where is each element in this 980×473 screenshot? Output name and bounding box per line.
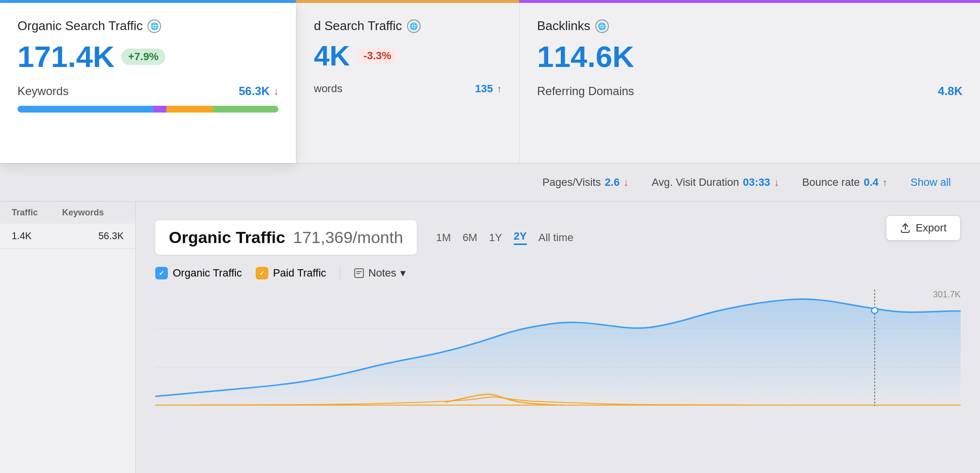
- organic-check-icon: ✓: [155, 267, 168, 279]
- card-2-number: 4K: [314, 39, 350, 72]
- avg-duration-arrow: ↓: [774, 177, 779, 188]
- notes-chevron-icon: ▾: [400, 267, 406, 279]
- chart-area: Export Organic Traffic 171,369/month 1M …: [136, 202, 980, 473]
- chart-title-box: Organic Traffic 171,369/month: [155, 220, 417, 255]
- bounce-rate-arrow: ↑: [882, 177, 887, 188]
- chart-canvas: 301.7K: [155, 290, 961, 416]
- card-1-title: Organic Search Traffic 🌐: [17, 18, 278, 33]
- organic-area-fill: [155, 299, 961, 406]
- card-2-value-row: 4K -3.3%: [314, 39, 502, 72]
- pb-blue: [17, 106, 153, 113]
- card-2-metric-label: words: [314, 82, 343, 95]
- card-2-title: d Search Traffic 🌐: [314, 18, 502, 33]
- bounce-rate-stat: Bounce rate 0.4 ↑: [802, 176, 887, 189]
- svg-rect-0: [355, 269, 363, 277]
- card-2-badge: -3.3%: [357, 48, 398, 64]
- time-btn-2y[interactable]: 2Y: [514, 230, 527, 245]
- card-1-metric: Keywords 56.3K ↓: [17, 84, 278, 98]
- card-1-metric-label: Keywords: [17, 84, 68, 98]
- export-icon: [900, 223, 911, 233]
- chart-legend: ✓ Organic Traffic ✓ Paid Traffic Notes ▾: [155, 266, 961, 280]
- legend-separator: [340, 266, 340, 280]
- card-3-title: Backlinks 🌐: [537, 18, 963, 33]
- chart-value: 171,369/month: [293, 228, 403, 247]
- left-sidebar: Traffic Keywords 1.4K 56.3K: [0, 202, 136, 473]
- card-3-metric: Referring Domains 4.8K: [537, 84, 963, 98]
- main-area: Traffic Keywords 1.4K 56.3K Export Organ…: [0, 202, 980, 473]
- card-3-number: 114.6K: [537, 39, 634, 74]
- paid-traffic-label: Paid Traffic: [273, 267, 327, 279]
- time-range-controls: 1M 6M 1Y 2Y All time: [436, 230, 573, 245]
- legend-organic-traffic[interactable]: ✓ Organic Traffic: [155, 267, 242, 279]
- legend-paid-traffic[interactable]: ✓ Paid Traffic: [256, 267, 327, 279]
- sidebar-header: Traffic Keywords: [0, 202, 135, 224]
- pages-visits-arrow: ↓: [623, 177, 628, 188]
- card-3-metric-value-group: 4.8K: [938, 84, 963, 98]
- avg-duration-value: 03:33: [743, 176, 770, 189]
- pages-visits-stat: Pages/Visits 2.6 ↓: [542, 176, 628, 189]
- card-1-metric-value-group: 56.3K ↓: [239, 84, 278, 98]
- card-paid-search: d Search Traffic 🌐 4K -3.3% words 135 ↑: [296, 3, 519, 163]
- card-backlinks: Backlinks 🌐 114.6K Referring Domains 4.8…: [519, 3, 980, 163]
- time-btn-1m[interactable]: 1M: [436, 231, 451, 244]
- card-1-number: 171.4K: [17, 39, 114, 74]
- card-3-value-row: 114.6K: [537, 39, 963, 74]
- time-btn-6m[interactable]: 6M: [462, 231, 477, 244]
- y-axis-max-label: 301.7K: [933, 290, 961, 300]
- bounce-rate-value: 0.4: [864, 176, 879, 189]
- card-3-metric-label: Referring Domains: [537, 84, 634, 98]
- avg-duration-stat: Avg. Visit Duration 03:33 ↓: [652, 176, 779, 189]
- card-organic-search: Organic Search Traffic 🌐 171.4K +7.9% Ke…: [0, 3, 296, 163]
- pb-green: [213, 106, 278, 113]
- show-all-link[interactable]: Show all: [911, 176, 951, 189]
- card-2-metric-value-group: 135 ↑: [475, 82, 502, 95]
- pb-purple: [153, 106, 166, 113]
- pages-visits-value: 2.6: [605, 176, 620, 189]
- avg-duration-label: Avg. Visit Duration: [652, 176, 739, 189]
- chart-svg: [155, 290, 961, 406]
- chart-title: Organic Traffic: [169, 228, 285, 247]
- sidebar-keywords-value: 56.3K: [98, 230, 124, 242]
- chart-marker-dot: [871, 308, 878, 313]
- chart-header: Organic Traffic 171,369/month 1M 6M 1Y 2…: [155, 220, 961, 255]
- pages-visits-label: Pages/Visits: [542, 176, 601, 189]
- progress-bar-1: [17, 106, 278, 113]
- stats-bar: Pages/Visits 2.6 ↓ Avg. Visit Duration 0…: [0, 163, 980, 202]
- card-1-value-row: 171.4K +7.9%: [17, 39, 278, 74]
- notes-label: Notes: [368, 267, 396, 279]
- bounce-rate-label: Bounce rate: [802, 176, 860, 189]
- time-btn-1y[interactable]: 1Y: [489, 231, 502, 244]
- globe-icon-3: 🌐: [595, 19, 609, 33]
- sidebar-row-1: 1.4K 56.3K: [0, 224, 135, 249]
- paid-keywords-up-arrow: ↑: [497, 83, 502, 95]
- notes-icon: [354, 268, 364, 278]
- card-1-badge: +7.9%: [121, 49, 165, 65]
- cards-row: Organic Search Traffic 🌐 171.4K +7.9% Ke…: [0, 3, 980, 163]
- pb-orange: [166, 106, 213, 113]
- notes-button[interactable]: Notes ▾: [354, 267, 405, 279]
- paid-check-icon: ✓: [256, 267, 268, 279]
- sidebar-traffic-value: 1.4K: [12, 230, 32, 242]
- time-btn-alltime[interactable]: All time: [539, 231, 573, 244]
- globe-icon-1: 🌐: [147, 19, 161, 33]
- organic-traffic-label: Organic Traffic: [173, 267, 242, 279]
- globe-icon-2: 🌐: [407, 19, 421, 33]
- export-button[interactable]: Export: [886, 215, 961, 241]
- card-2-metric: words 135 ↑: [314, 82, 502, 95]
- keywords-down-arrow: ↓: [274, 86, 278, 97]
